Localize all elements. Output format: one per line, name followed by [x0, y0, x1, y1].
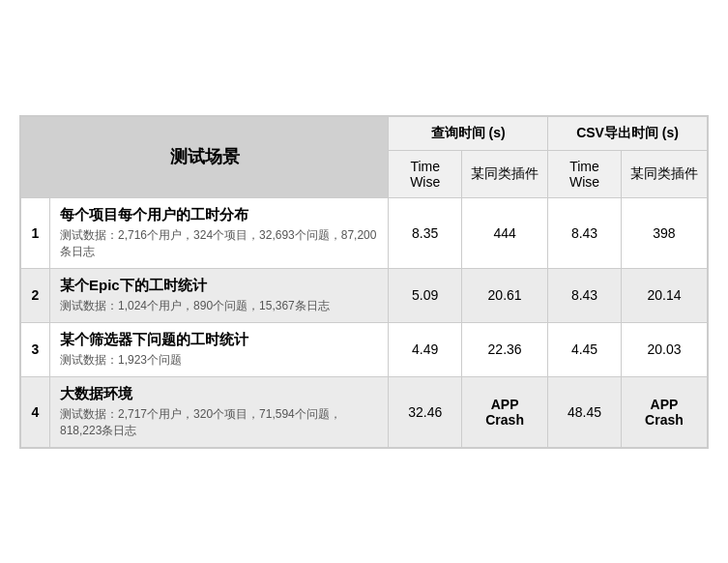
query-plugin-value: 22.36 — [462, 322, 548, 376]
query-time-header: 查询时间 (s) — [389, 116, 548, 150]
plugin-label-2: 某同类插件 — [630, 165, 698, 181]
scenario-description: 某个筛选器下问题的工时统计测试数据：1,923个问题 — [50, 322, 389, 376]
csv-plugin-value: APP Crash — [621, 376, 707, 447]
csv-timewise-value: 8.43 — [548, 268, 622, 322]
scenario-description: 每个项目每个用户的工时分布测试数据：2,716个用户，324个项目，32,693… — [50, 197, 389, 268]
query-plugin-value: 444 — [462, 197, 548, 268]
csv-plugin-value: 20.14 — [621, 268, 707, 322]
csv-plugin-value: 20.03 — [621, 322, 707, 376]
scenario-description: 大数据环境测试数据：2,717个用户，320个项目，71,594个问题，818,… — [50, 376, 389, 447]
scenario-title: 某个筛选器下问题的工时统计 — [60, 331, 378, 349]
query-timewise-value: 32.46 — [389, 376, 462, 447]
scenario-title: 大数据环境 — [60, 385, 378, 403]
timewise-label-2: Time Wise — [569, 159, 599, 190]
scenario-header-label: 测试场景 — [170, 147, 240, 166]
scenario-desc: 测试数据：1,024个用户，890个问题，15,367条日志 — [60, 298, 378, 314]
csv-timewise-value: 8.43 — [548, 197, 622, 268]
timewise-label-1: Time Wise — [410, 159, 440, 190]
row-number: 2 — [21, 268, 50, 322]
csv-timewise-value: 4.45 — [548, 322, 622, 376]
scenario-title: 某个Epic下的工时统计 — [60, 277, 378, 295]
col-timewise-csv-header: Time Wise — [548, 150, 622, 197]
table-row: 4大数据环境测试数据：2,717个用户，320个项目，71,594个问题，818… — [21, 376, 708, 447]
query-timewise-value: 4.49 — [389, 322, 462, 376]
col-timewise-query-header: Time Wise — [389, 150, 462, 197]
query-timewise-value: 8.35 — [389, 197, 462, 268]
query-plugin-value: 20.61 — [462, 268, 548, 322]
scenario-description: 某个Epic下的工时统计测试数据：1,024个用户，890个问题，15,367条… — [50, 268, 389, 322]
col-plugin-query-header: 某同类插件 — [462, 150, 548, 197]
table-row: 1每个项目每个用户的工时分布测试数据：2,716个用户，324个项目，32,69… — [21, 197, 708, 268]
scenario-title: 每个项目每个用户的工时分布 — [60, 206, 378, 224]
csv-time-label: CSV导出时间 (s) — [576, 125, 679, 140]
csv-plugin-value: 398 — [621, 197, 707, 268]
query-time-label: 查询时间 (s) — [431, 125, 506, 140]
row-number: 4 — [21, 376, 50, 447]
csv-time-header: CSV导出时间 (s) — [548, 116, 708, 150]
plugin-label-1: 某同类插件 — [471, 165, 539, 181]
scenario-desc: 测试数据：2,716个用户，324个项目，32,693个问题，87,200条日志 — [60, 227, 378, 260]
scenario-column-header: 测试场景 — [21, 116, 389, 197]
col-plugin-csv-header: 某同类插件 — [621, 150, 707, 197]
query-timewise-value: 5.09 — [389, 268, 462, 322]
row-number: 1 — [21, 197, 50, 268]
table-row: 2某个Epic下的工时统计测试数据：1,024个用户，890个问题，15,367… — [21, 268, 708, 322]
csv-timewise-value: 48.45 — [548, 376, 622, 447]
scenario-desc: 测试数据：2,717个用户，320个项目，71,594个问题，818,223条日… — [60, 406, 378, 439]
table-row: 3某个筛选器下问题的工时统计测试数据：1,923个问题4.4922.364.45… — [21, 322, 708, 376]
comparison-table: 测试场景 查询时间 (s) CSV导出时间 (s) Time Wise 某同类插… — [19, 115, 709, 449]
scenario-desc: 测试数据：1,923个问题 — [60, 352, 378, 369]
query-plugin-value: APP Crash — [462, 376, 548, 447]
row-number: 3 — [21, 322, 50, 376]
